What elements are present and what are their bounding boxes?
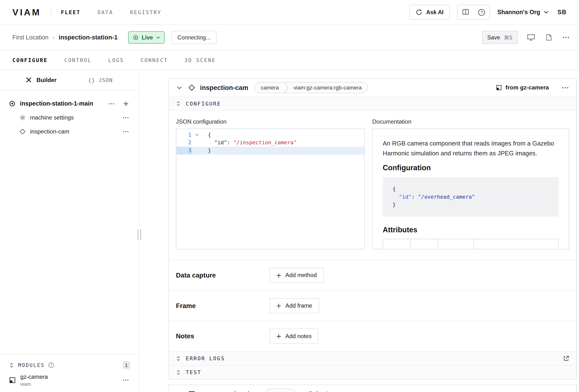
tree-item-main-part[interactable]: inspection-station-1-main — [0, 97, 139, 111]
doc-code-example: { "id": "/overhead_camera" } — [383, 177, 559, 217]
module-item-gz-camera[interactable]: gz-camera viam — [0, 372, 139, 387]
editor-line-2: 2 "id": "/inspection_camera" — [176, 139, 364, 147]
sidebar-mode-toggle: Builder {} JSON — [0, 70, 139, 90]
machine-overflow-menu[interactable] — [561, 35, 571, 40]
module-card-title: gz-camera by viam — [200, 390, 259, 392]
docs-book-button[interactable] — [457, 5, 473, 19]
frame-section: Frame Add frame — [169, 290, 576, 321]
org-switcher[interactable]: Shannon's Org — [497, 9, 548, 16]
json-mode-button[interactable]: {} JSON — [88, 77, 113, 83]
content-area: Builder {} JSON inspection-station-1-mai… — [0, 70, 579, 392]
external-link-icon — [306, 391, 312, 392]
document-button[interactable] — [544, 32, 554, 42]
component-overflow-menu[interactable] — [121, 129, 130, 134]
component-type-model-tags: camera viam:gz-camera:rgb-camera — [255, 82, 368, 93]
registry-link[interactable]: Registry — [306, 391, 337, 392]
collapse-icon — [9, 362, 14, 368]
notes-label: Notes — [176, 332, 270, 340]
add-notes-button[interactable]: Add notes — [270, 329, 318, 344]
monitor-button[interactable] — [526, 32, 536, 42]
collapse-icon — [176, 355, 181, 361]
live-status-dropdown[interactable]: Live — [128, 31, 165, 44]
breadcrumb-separator: › — [53, 34, 55, 41]
card-collapse-button[interactable] — [175, 84, 183, 91]
component-title: inspection-cam — [200, 84, 248, 92]
from-module-indicator: from gz-camera — [496, 84, 549, 91]
module-card-gz-camera: gz-camera by viam module Registry — [168, 385, 577, 392]
machine-settings-label: machine settings — [30, 114, 74, 121]
nav-fleet[interactable]: FLEET — [61, 9, 80, 15]
nav-registry[interactable]: REGISTRY — [130, 9, 161, 15]
json-label: JSON — [99, 77, 113, 83]
kebab-horizontal-icon — [563, 37, 569, 38]
nav-data[interactable]: DATA — [97, 9, 113, 15]
modules-label: MODULES — [18, 362, 45, 368]
modules-section: MODULES ? 1 gz-camera viam — [0, 354, 139, 392]
ask-ai-sparkle-icon — [415, 9, 423, 16]
tab-logs[interactable]: LOGS — [108, 57, 124, 63]
editor-line-1: 1 { — [176, 131, 364, 139]
plus-icon — [276, 334, 281, 339]
topnav-right-cluster: Ask AI ? Shannon's Org — [409, 5, 567, 20]
component-card-header: inspection-cam camera viam:gz-camera:rgb… — [169, 79, 576, 97]
live-broadcast-icon — [133, 34, 139, 40]
configure-section-toggle[interactable]: CONFIGURE — [169, 97, 576, 111]
tab-configure[interactable]: CONFIGURE — [12, 57, 48, 63]
frame-label: Frame — [176, 302, 270, 310]
error-logs-section-toggle[interactable]: ERROR LOGS — [169, 351, 576, 365]
diamond-component-icon — [19, 128, 25, 134]
documentation-panel[interactable]: An RGB camera component that reads image… — [372, 129, 569, 249]
json-config-editor[interactable]: 1 { 2 "id": "/inspection_camera" — [176, 129, 365, 249]
test-label: TEST — [186, 369, 201, 375]
component-card-overflow-menu[interactable] — [561, 85, 570, 90]
machine-part-tree: inspection-station-1-main machin — [0, 90, 139, 138]
card-collapse-button[interactable] — [175, 391, 183, 392]
help-button[interactable]: ? — [474, 5, 490, 19]
tab-control[interactable]: CONTROL — [64, 57, 92, 63]
viam-logo[interactable]: VIAM — [12, 7, 41, 17]
question-circle-icon: ? — [478, 8, 485, 16]
component-model-tag: viam:gz-camera:rgb-camera — [288, 82, 367, 93]
save-button[interactable]: Save ⌘S — [482, 31, 518, 44]
connecting-button[interactable]: Connecting... — [171, 31, 217, 44]
machine-header-bar: First Location › inspection-station-1 Li… — [0, 25, 579, 50]
breadcrumb-location[interactable]: First Location — [12, 34, 49, 41]
documentation-column: Documentation An RGB camera component th… — [372, 119, 569, 249]
primary-nav: FLEET DATA REGISTRY — [61, 9, 161, 15]
line-number: 2 — [176, 139, 192, 147]
data-capture-section: Data capture Add method — [169, 260, 576, 290]
fold-chevron-icon[interactable] — [192, 131, 202, 139]
open-error-logs-button[interactable] — [563, 355, 569, 361]
svg-text:?: ? — [50, 363, 52, 367]
ask-ai-button[interactable]: Ask AI — [409, 5, 450, 19]
from-module-label: from gz-camera — [506, 84, 549, 91]
modules-help-icon[interactable]: ? — [48, 362, 54, 368]
tree-item-machine-settings[interactable]: machine settings — [0, 111, 139, 125]
collapse-icon — [176, 369, 181, 375]
user-avatar[interactable]: SB — [557, 9, 567, 16]
test-section-toggle[interactable]: TEST — [169, 365, 576, 379]
builder-tools-icon — [25, 77, 32, 83]
tree-item-inspection-cam[interactable]: inspection-cam — [0, 125, 139, 139]
braces-icon: {} — [88, 77, 95, 83]
modules-section-header[interactable]: MODULES ? 1 — [0, 358, 139, 372]
tab-connect[interactable]: CONNECT — [141, 57, 168, 63]
data-capture-label: Data capture — [176, 271, 270, 279]
module-name: gz-camera — [20, 374, 48, 380]
builder-mode-button[interactable]: Builder — [25, 77, 57, 83]
document-icon — [546, 34, 552, 41]
json-config-label: JSON configuration — [176, 119, 365, 125]
module-overflow-menu[interactable] — [121, 378, 130, 382]
part-overflow-menu[interactable] — [107, 101, 116, 106]
tab-3d-scene[interactable]: 3D SCENE — [184, 57, 216, 63]
viam-app-window: VIAM FLEET DATA REGISTRY Ask AI — [0, 0, 579, 392]
sidebar-resize-handle[interactable] — [138, 230, 141, 240]
editor-line-3-active: 3 } — [176, 147, 364, 155]
add-method-button[interactable]: Add method — [270, 268, 324, 283]
machine-settings-overflow-menu[interactable] — [121, 115, 130, 120]
config-main-panel: inspection-cam camera viam:gz-camera:rgb… — [140, 70, 579, 392]
error-logs-label: ERROR LOGS — [186, 355, 225, 361]
add-frame-button[interactable]: Add frame — [270, 298, 319, 313]
part-name: inspection-station-1-main — [20, 100, 93, 107]
add-component-button[interactable] — [122, 100, 130, 108]
